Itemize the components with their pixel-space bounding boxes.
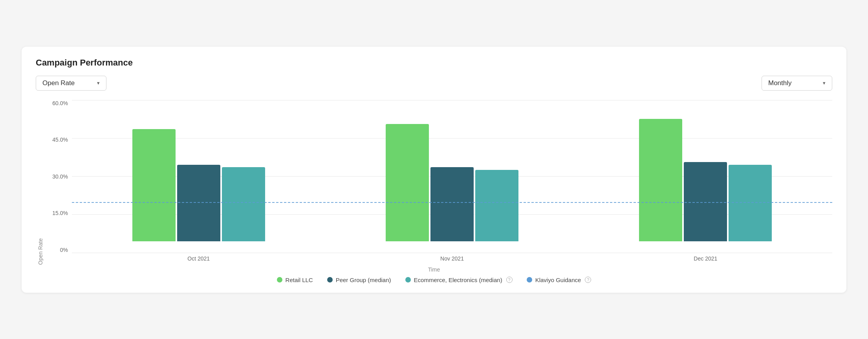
legend-item-peer: Peer Group (median): [327, 277, 391, 283]
controls-bar: Open Rate ▾ Monthly ▾: [36, 76, 832, 91]
guidance-question-icon[interactable]: ?: [585, 277, 591, 283]
x-axis-title: Time: [36, 266, 832, 273]
metric-dropdown-label: Open Rate: [42, 79, 75, 87]
bars-row: [72, 100, 832, 253]
bar-peer-1: [430, 167, 474, 241]
page-title: Campaign Performance: [36, 58, 832, 68]
period-dropdown-label: Monthly: [768, 79, 792, 87]
y-ticks: 60.0% 45.0% 30.0% 15.0% 0%: [45, 100, 72, 265]
legend-dot-guidance: [527, 277, 532, 282]
month-group-oct: [72, 129, 325, 241]
legend-label-retail: Retail LLC: [286, 277, 313, 283]
x-axis: Oct 2021 Nov 2021 Dec 2021: [72, 253, 832, 265]
bar-ecommerce-1: [475, 170, 518, 241]
plot-area: Oct 2021 Nov 2021 Dec 2021: [72, 100, 832, 265]
legend-label-guidance: Klaviyo Guidance: [535, 277, 581, 283]
ecommerce-question-icon[interactable]: ?: [506, 277, 513, 283]
y-tick-15: 15.0%: [52, 210, 68, 216]
metric-dropdown-chevron-icon: ▾: [97, 80, 100, 86]
legend: Retail LLC Peer Group (median) Ecommerce…: [36, 277, 832, 283]
month-group-dec: [579, 119, 832, 241]
legend-item-ecommerce: Ecommerce, Electronics (median) ?: [405, 277, 513, 283]
bar-ecommerce-2: [729, 165, 772, 241]
bar-retail-2: [639, 119, 682, 241]
y-tick-0: 0%: [60, 247, 68, 253]
bar-ecommerce-0: [222, 167, 265, 241]
legend-dot-peer: [327, 277, 333, 282]
metric-dropdown[interactable]: Open Rate ▾: [36, 76, 106, 91]
legend-dot-ecommerce: [405, 277, 411, 282]
chart-wrap: Open Rate 60.0% 45.0% 30.0% 15.0% 0%: [36, 100, 832, 265]
legend-item-retail: Retail LLC: [277, 277, 313, 283]
y-tick-45: 45.0%: [52, 137, 68, 143]
x-label-dec: Dec 2021: [579, 255, 832, 262]
y-axis-title: Open Rate: [36, 100, 45, 265]
legend-dot-retail: [277, 277, 282, 282]
chart-area: Open Rate 60.0% 45.0% 30.0% 15.0% 0%: [36, 100, 832, 283]
y-tick-60: 60.0%: [52, 100, 68, 106]
period-dropdown[interactable]: Monthly ▾: [762, 76, 832, 91]
period-dropdown-chevron-icon: ▾: [823, 80, 826, 86]
bar-peer-0: [177, 165, 220, 241]
legend-label-ecommerce: Ecommerce, Electronics (median): [414, 277, 502, 283]
legend-item-guidance: Klaviyo Guidance ?: [527, 277, 591, 283]
bar-retail-1: [386, 124, 429, 241]
month-group-nov: [325, 124, 579, 241]
campaign-performance-card: Campaign Performance Open Rate ▾ Monthly…: [22, 47, 846, 293]
legend-label-peer: Peer Group (median): [336, 277, 391, 283]
x-label-oct: Oct 2021: [72, 255, 325, 262]
bar-peer-2: [684, 162, 727, 241]
bar-retail-0: [132, 129, 176, 241]
klaviyo-guidance-line: [72, 202, 832, 203]
y-tick-30: 30.0%: [52, 173, 68, 180]
x-label-nov: Nov 2021: [325, 255, 579, 262]
